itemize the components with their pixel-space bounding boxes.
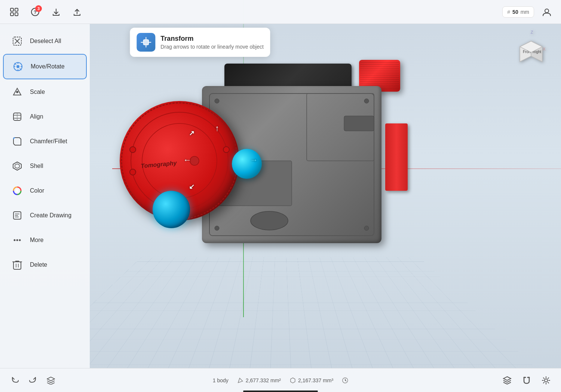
dimension-value: 50 (512, 9, 518, 15)
help-button[interactable]: 3 ? (27, 4, 43, 20)
bottom-toolbar: 1 body 2,677.332 mm² 2,167.337 mm³ (0, 368, 561, 392)
layers-button[interactable] (43, 373, 58, 388)
sidebar-label-align: Align (30, 113, 43, 120)
sidebar-item-scale[interactable]: Scale (3, 80, 87, 104)
deselect-all-icon (10, 34, 24, 48)
svg-rect-25 (15, 8, 18, 11)
sidebar-label-create-drawing: Create Drawing (30, 212, 71, 219)
settings-button[interactable] (539, 373, 554, 388)
user-button[interactable] (539, 4, 555, 20)
svg-point-51 (19, 239, 21, 241)
redo-icon (29, 376, 37, 385)
download-icon (52, 8, 60, 16)
svg-point-38 (16, 91, 18, 93)
settings-icon (542, 376, 551, 385)
svg-point-49 (14, 239, 16, 241)
clock-icon (342, 377, 348, 383)
progress-bar (243, 391, 318, 392)
volume-value: 2,167.337 mm³ (298, 377, 333, 383)
sidebar-label-more: More (30, 237, 43, 244)
clock-info (342, 377, 348, 383)
left-sidebar: Deselect All Move/Rotate Scale (0, 24, 90, 368)
sidebar-label-scale: Scale (30, 89, 45, 95)
svg-point-61 (545, 379, 548, 382)
svg-point-44 (16, 189, 19, 192)
user-icon (542, 7, 552, 17)
grid-button[interactable] (6, 4, 22, 20)
upload-button[interactable] (69, 4, 85, 20)
surface-area-icon (237, 377, 243, 383)
sidebar-item-chamfer-fillet[interactable]: Chamfer/Fillet (3, 129, 87, 153)
shell-icon (10, 159, 24, 173)
svg-rect-24 (10, 8, 13, 11)
sidebar-item-color[interactable]: Color (3, 179, 87, 203)
sidebar-item-move-rotate[interactable]: Move/Rotate (3, 54, 87, 79)
sidebar-label-move-rotate: Move/Rotate (31, 63, 65, 70)
svg-rect-31 (143, 40, 148, 45)
sidebar-item-more[interactable]: More (3, 228, 87, 252)
chamfer-fillet-icon (10, 135, 24, 148)
arrow-right-icon: → (250, 155, 258, 165)
svg-point-50 (16, 239, 18, 241)
svg-rect-27 (15, 13, 18, 16)
notification-badge: 3 (35, 5, 42, 12)
top-toolbar: 3 ? # 50 mm (0, 0, 561, 24)
magnet-button[interactable] (519, 373, 534, 388)
svg-point-12 (130, 147, 136, 153)
svg-text:X: X (543, 47, 546, 51)
sidebar-item-create-drawing[interactable]: Create Drawing (3, 203, 87, 227)
dimension-display[interactable]: # 50 mm (502, 6, 534, 18)
bottom-center-info: 1 body 2,677.332 mm² 2,167.337 mm³ (213, 377, 348, 383)
svg-line-57 (240, 378, 243, 381)
volume-icon (290, 377, 296, 383)
view-cube-svg: Z X Front Right (516, 30, 546, 65)
sidebar-item-align[interactable]: Align (3, 105, 87, 129)
sidebar-label-chamfer-fillet: Chamfer/Fillet (30, 138, 67, 145)
camera-model[interactable]: Tomography ↑ ← → ↗ ↙ (112, 49, 419, 310)
download-button[interactable] (48, 4, 64, 20)
magnet-icon (522, 376, 531, 385)
arrow-downleft-icon: ↙ (189, 183, 194, 191)
svg-marker-42 (15, 164, 19, 168)
color-icon (10, 184, 24, 197)
transform-subtitle: Drag arrows to rotate or linearly move o… (160, 44, 263, 50)
sidebar-label-color: Color (30, 187, 44, 194)
sidebar-item-shell[interactable]: Shell (3, 154, 87, 178)
undo-icon (11, 376, 19, 385)
transform-tooltip: Transform Drag arrows to rotate or linea… (130, 28, 270, 57)
sidebar-item-delete[interactable]: Delete (3, 253, 87, 277)
svg-point-4 (364, 99, 369, 103)
toolbar-right: # 50 mm (502, 4, 555, 20)
bottom-left-controls (7, 373, 58, 388)
sidebar-label-delete: Delete (30, 261, 47, 268)
sidebar-label-deselect-all: Deselect All (30, 38, 61, 45)
upload-icon (73, 8, 81, 16)
scene-icon (503, 376, 512, 385)
right-red-component (385, 123, 408, 191)
scale-icon (10, 85, 24, 99)
grid-icon (10, 8, 18, 16)
surface-area-value: 2,677.332 mm² (246, 377, 281, 383)
sidebar-item-deselect-all[interactable]: Deselect All (3, 29, 87, 53)
layers-icon (47, 376, 55, 385)
sidebar-label-shell: Shell (30, 163, 43, 169)
svg-point-13 (130, 169, 136, 175)
bottom-right-controls (500, 373, 554, 388)
svg-point-30 (545, 9, 549, 13)
view-cube[interactable]: Z X Front Right (516, 30, 546, 60)
scene-button[interactable] (500, 373, 515, 388)
svg-rect-52 (13, 262, 21, 269)
arrow-left-icon: ← (183, 155, 191, 165)
svg-point-8 (251, 211, 288, 230)
transform-arrows: ↑ ← → ↗ ↙ (183, 123, 258, 198)
svg-marker-41 (13, 162, 21, 170)
redo-button[interactable] (25, 373, 40, 388)
arrow-up-icon: ↑ (215, 123, 219, 133)
body-count-info: 1 body (213, 377, 229, 383)
align-icon (10, 110, 24, 123)
transform-tooltip-text: Transform Drag arrows to rotate or linea… (160, 35, 263, 50)
svg-rect-26 (10, 13, 13, 16)
svg-rect-7 (344, 116, 374, 131)
undo-button[interactable] (7, 373, 22, 388)
transform-tooltip-icon (137, 33, 155, 52)
